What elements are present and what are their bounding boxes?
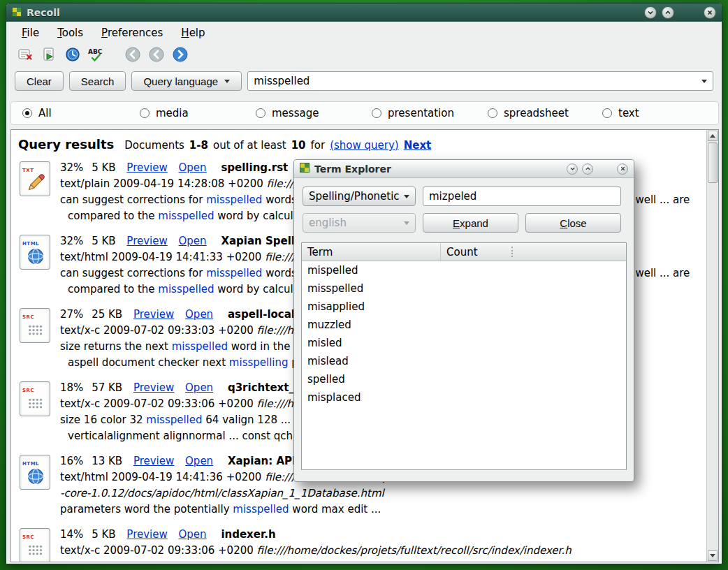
relevance-percent: 18%	[60, 381, 83, 394]
file-size: 5 KB	[92, 235, 115, 247]
radio-icon[interactable]	[602, 108, 612, 118]
dialog-close-button[interactable]	[617, 163, 628, 175]
chevron-down-icon[interactable]	[701, 80, 707, 83]
filter-text[interactable]: text	[602, 107, 639, 119]
menu-help[interactable]: Help	[174, 24, 212, 42]
open-link[interactable]: Open	[185, 381, 213, 394]
expand-button[interactable]: Expand	[423, 213, 518, 233]
show-query-link[interactable]: (show query)	[330, 139, 399, 152]
open-link[interactable]: Open	[185, 455, 213, 467]
preview-link[interactable]: Preview	[133, 308, 174, 321]
expand-rest: xpand	[460, 217, 488, 229]
results-scrollbar[interactable]	[706, 130, 718, 562]
col-header-term[interactable]: Term	[302, 243, 440, 261]
query-language-select[interactable]: Query language	[131, 71, 242, 91]
snippet-text: verticalalignment alignnormal ... const …	[68, 430, 317, 442]
history-icon[interactable]	[64, 45, 82, 64]
snippet-text: file:///home/dockes/projets/fulltext/rec…	[257, 544, 572, 557]
search-button[interactable]: Search	[69, 71, 126, 91]
file-size: 25 KB	[92, 308, 122, 321]
scroll-up-icon[interactable]	[708, 131, 718, 141]
titlebar[interactable]: Recoll	[6, 3, 722, 22]
term-row[interactable]: spelled	[302, 370, 626, 388]
header-resize-handle[interactable]	[511, 247, 513, 257]
filter-bar: All media message presentation spreadshe…	[10, 101, 719, 125]
open-link[interactable]: Open	[185, 308, 213, 321]
term-text: misspelled	[307, 282, 363, 295]
preview-link[interactable]: Preview	[126, 235, 167, 247]
for-label: for	[311, 139, 326, 152]
scrollbar-thumb[interactable]	[708, 142, 718, 183]
filter-presentation[interactable]: presentation	[372, 107, 454, 119]
snippet-text: text/html 2009-04-19 14:41:33 +0200	[60, 251, 265, 263]
preview-link[interactable]: Preview	[133, 455, 174, 467]
term-row[interactable]: misplaced	[302, 388, 626, 407]
next-page-icon[interactable]	[171, 45, 189, 64]
menubar: File Tools Preferences Help	[6, 22, 722, 43]
filter-media[interactable]: media	[140, 107, 189, 119]
clear-button[interactable]: Clear	[15, 71, 64, 91]
result-item: SRC 14% 5 KB Preview Open indexer.h text…	[18, 527, 704, 559]
term-explorer-icon[interactable]: ABC	[87, 45, 105, 64]
file-type-icon: SRC	[20, 528, 50, 562]
term-row[interactable]: mislead	[302, 352, 626, 370]
shade-button[interactable]	[644, 6, 657, 19]
term-row[interactable]: muzzled	[302, 316, 626, 334]
open-link[interactable]: Open	[179, 528, 207, 541]
menu-tools[interactable]: Tools	[50, 24, 90, 42]
snippet-text: aspell document checker next	[68, 356, 229, 369]
next-page-link[interactable]: Next	[404, 139, 432, 152]
preview-link[interactable]: Preview	[126, 528, 167, 541]
source-code-icon	[26, 393, 45, 413]
term-text: muzzled	[307, 319, 351, 331]
dialog-shade-button[interactable]	[567, 163, 578, 175]
first-page-icon[interactable]	[124, 45, 142, 64]
query-combo[interactable]	[247, 71, 713, 91]
radio-icon[interactable]	[140, 108, 150, 118]
term-row[interactable]: misapplied	[302, 298, 626, 316]
relevance-percent: 32%	[60, 235, 83, 247]
term-row[interactable]: misspelled	[302, 279, 626, 298]
filter-spreadsheet[interactable]: spreadsheet	[488, 107, 569, 119]
radio-icon[interactable]	[22, 108, 32, 118]
highlighted-term: misspelled	[206, 193, 262, 206]
run-query-icon[interactable]	[40, 45, 58, 64]
clear-search-icon[interactable]	[16, 45, 34, 64]
result-title: spelling.rst	[221, 161, 288, 174]
scroll-down-icon[interactable]	[708, 550, 718, 561]
file-type-icon: SRC	[20, 308, 50, 343]
col-header-count[interactable]: Count	[440, 243, 626, 261]
desktop: Recoll File Tools Preferences Help	[0, 0, 728, 570]
filter-all[interactable]: All	[22, 107, 52, 119]
open-link[interactable]: Open	[179, 235, 207, 247]
term-input[interactable]	[423, 187, 621, 206]
snippet-text: can suggest corrections for	[60, 267, 206, 279]
radio-icon[interactable]	[372, 108, 381, 118]
mode-select[interactable]: Spelling/Phonetic	[303, 187, 416, 206]
menu-tools-accel: T	[57, 27, 62, 39]
preview-link[interactable]: Preview	[126, 161, 167, 174]
file-size: 5 KB	[92, 161, 115, 174]
term-row[interactable]: mispelled	[302, 261, 626, 279]
filter-message[interactable]: message	[256, 107, 319, 119]
dialog-maximize-button[interactable]	[582, 163, 593, 175]
search-input[interactable]	[248, 72, 713, 90]
open-link[interactable]: Open	[179, 161, 207, 174]
term-table-header[interactable]: Term Count	[302, 243, 626, 261]
relevance-percent: 14%	[60, 528, 83, 541]
menu-file[interactable]: File	[15, 24, 46, 42]
highlighted-term: misspelled	[206, 267, 262, 279]
preview-link[interactable]: Preview	[133, 381, 174, 394]
radio-icon[interactable]	[256, 108, 265, 118]
source-code-icon	[26, 540, 45, 560]
snippet-text: text/plain 2009-04-19 14:28:08 +0200	[60, 177, 267, 190]
close-button[interactable]	[704, 6, 716, 19]
dialog-titlebar[interactable]: Term Explorer	[294, 160, 634, 178]
menu-preferences[interactable]: Preferences	[94, 24, 170, 42]
radio-icon[interactable]	[488, 108, 497, 118]
snippet-text: compared to the	[68, 210, 158, 222]
prev-page-icon[interactable]	[147, 45, 166, 64]
maximize-button[interactable]	[662, 6, 674, 19]
close-button-dialog[interactable]: Close	[525, 213, 621, 233]
term-row[interactable]: misled	[302, 334, 626, 352]
